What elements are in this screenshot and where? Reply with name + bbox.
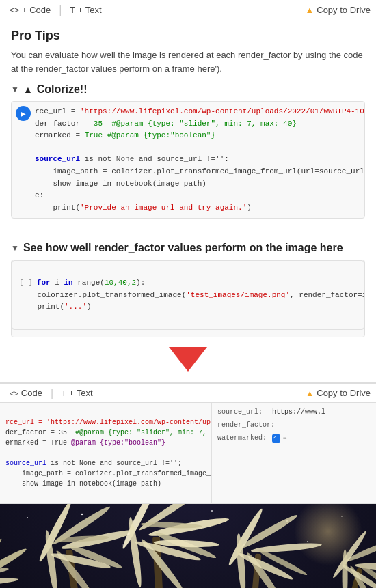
- render-factor-line: [272, 425, 313, 425]
- code-block-1: ▶ rce_url = 'https://www.lifepixel.com/w…: [11, 101, 365, 219]
- separator: |: [59, 4, 62, 16]
- drive-label: Copy to Drive: [317, 5, 371, 15]
- text-icon: T: [70, 5, 75, 15]
- edit-icon[interactable]: ✏: [283, 433, 287, 443]
- text-label: + Text: [78, 5, 102, 15]
- palm-scene-svg: [0, 504, 376, 588]
- render-factor-section: ▼ See how well render_factor values perf…: [0, 236, 376, 382]
- copy-to-drive-button[interactable]: ▲ Copy to Drive: [305, 5, 371, 15]
- collapse-arrow-icon: ▼: [11, 85, 19, 94]
- svg-point-1: [27, 517, 28, 518]
- down-arrow-container: [11, 347, 365, 372]
- bottom-code-icon: <>: [10, 389, 18, 397]
- colorized-image: [0, 504, 376, 588]
- right-params-panel: source_url: https://www.l render_factor:…: [212, 403, 349, 503]
- svg-point-2: [81, 514, 83, 515]
- drive-icon: ▲: [305, 5, 314, 15]
- bottom-panel: <> Code | T + Text ▲ Copy to Drive rce_u…: [0, 382, 376, 588]
- watermarked-field[interactable]: watermarked: ✏: [217, 433, 343, 443]
- for-loop-block: [ ]for i in range(10,40,2): colorizer.pl…: [11, 260, 365, 337]
- bottom-drive-label: Copy to Drive: [317, 388, 371, 398]
- source-url-field: source_url: https://www.l: [217, 407, 343, 417]
- bottom-code-left[interactable]: rce_url = 'https://www.lifepixel.com/wp-…: [0, 403, 212, 503]
- main-content: Pro Tips You can evaluate how well the i…: [0, 20, 376, 236]
- run-button-1[interactable]: ▶: [16, 106, 31, 121]
- code-label: + Code: [22, 5, 51, 15]
- render-factor-field: render_factor:: [217, 420, 343, 430]
- bottom-text-label: + Text: [69, 388, 93, 398]
- source-url-value: https://www.l: [272, 407, 343, 417]
- source-url-label: source_url:: [217, 407, 272, 417]
- bottom-code-button[interactable]: <> Code: [5, 387, 46, 400]
- bottom-code-label: Code: [21, 388, 42, 398]
- bottom-code-area: rce_url = 'https://www.lifepixel.com/wp-…: [0, 403, 376, 504]
- add-text-button[interactable]: T + Text: [66, 3, 105, 16]
- top-toolbar: <> + Code | T + Text ▲ Copy to Drive: [0, 0, 376, 20]
- pro-tips-title: Pro Tips: [11, 29, 365, 43]
- render-section-header[interactable]: ▼ See how well render_factor values perf…: [11, 242, 365, 254]
- bottom-drive-icon: ▲: [306, 389, 314, 398]
- watermarked-checkbox[interactable]: [272, 434, 280, 443]
- render-factor-label: render_factor:: [217, 420, 272, 430]
- code-row-1: ▶ rce_url = 'https://www.lifepixel.com/w…: [12, 102, 364, 218]
- colorize-section-header[interactable]: ▼ ▲ Colorize!!: [11, 83, 365, 96]
- render-collapse-arrow-icon: ▼: [11, 243, 19, 253]
- code-text-1[interactable]: rce_url = 'https://www.lifepixel.com/wp-…: [35, 102, 364, 218]
- cell-bracket: [ ]: [19, 279, 33, 287]
- watermarked-label: watermarked:: [217, 433, 272, 443]
- bottom-toolbar: <> Code | T + Text ▲ Copy to Drive: [0, 384, 376, 403]
- svg-point-4: [211, 510, 213, 512]
- bottom-text-icon: T: [62, 389, 66, 397]
- down-arrow-icon: [169, 347, 207, 372]
- pro-tips-text: You can evaluate how well the image is r…: [11, 48, 365, 75]
- colorize-title: Colorize!!: [37, 83, 88, 96]
- code-content-1: rce_url = 'https://www.lifepixel.com/wp-…: [35, 102, 364, 218]
- code-icon: <>: [10, 5, 19, 15]
- bottom-sep: |: [51, 387, 53, 400]
- bottom-text-button[interactable]: T + Text: [57, 387, 97, 400]
- for-code-text[interactable]: [ ]for i in range(10,40,2): colorizer.pl…: [12, 260, 364, 330]
- render-section-title: See how well render_factor values perfor…: [23, 242, 343, 254]
- bottom-drive-button[interactable]: ▲ Copy to Drive: [306, 388, 371, 398]
- triangle-icon: ▲: [23, 84, 33, 95]
- add-code-button[interactable]: <> + Code: [5, 3, 55, 16]
